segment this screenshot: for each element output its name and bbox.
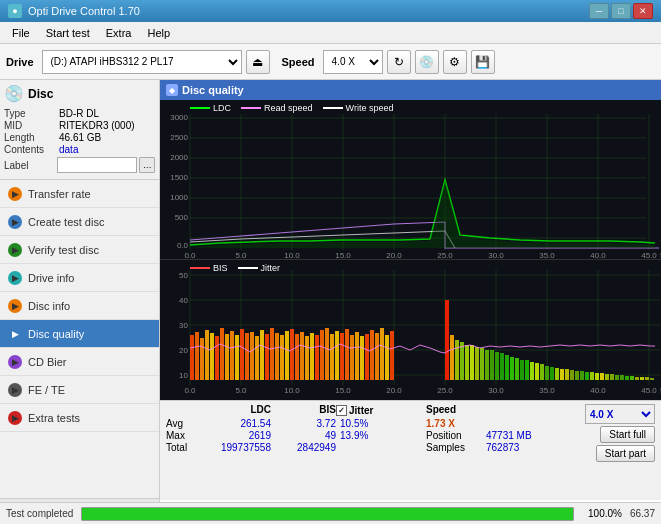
svg-rect-141 — [525, 360, 529, 380]
chart-title: Disc quality — [182, 84, 244, 96]
svg-rect-149 — [565, 369, 569, 380]
svg-rect-113 — [335, 331, 339, 380]
svg-rect-143 — [535, 363, 539, 380]
maximize-button[interactable]: □ — [611, 3, 631, 19]
svg-rect-106 — [300, 332, 304, 380]
svg-text:50: 50 — [179, 271, 188, 280]
svg-text:0.0: 0.0 — [177, 241, 189, 250]
svg-rect-164 — [640, 377, 644, 380]
svg-text:10.0: 10.0 — [284, 251, 300, 259]
menu-starttest[interactable]: Start test — [38, 25, 98, 41]
svg-rect-127 — [455, 340, 459, 380]
legend-bis-label: BIS — [213, 263, 228, 273]
samples-label: Samples — [426, 442, 486, 453]
svg-text:0.0: 0.0 — [184, 251, 196, 259]
sidebar-item-transfer-rate[interactable]: ▶ Transfer rate — [0, 180, 159, 208]
disc-mid-value: RITEKDR3 (000) — [59, 120, 135, 131]
disc-section: 💿 Disc Type BD-R DL MID RITEKDR3 (000) L… — [0, 80, 159, 180]
sidebar-item-extra-tests[interactable]: ▶ Extra tests — [0, 404, 159, 432]
svg-text:15.0: 15.0 — [335, 251, 351, 259]
start-full-button[interactable]: Start full — [600, 426, 655, 443]
disc-label-row: Label … — [4, 157, 155, 173]
disc-quality-label: Disc quality — [28, 328, 84, 340]
disc-button[interactable]: 💿 — [415, 50, 439, 74]
svg-rect-100 — [270, 328, 274, 380]
svg-rect-144 — [540, 364, 544, 380]
svg-rect-131 — [475, 347, 479, 380]
sidebar: 💿 Disc Type BD-R DL MID RITEKDR3 (000) L… — [0, 80, 160, 524]
svg-rect-96 — [250, 332, 254, 380]
sidebar-item-drive-info[interactable]: ▶ Drive info — [0, 264, 159, 292]
disc-label-input[interactable] — [57, 157, 137, 173]
svg-rect-105 — [295, 334, 299, 380]
svg-text:45.0: 45.0 — [641, 386, 657, 395]
legend-writespeed-label: Write speed — [346, 103, 394, 113]
svg-rect-99 — [265, 334, 269, 380]
sidebar-item-disc-info[interactable]: ▶ Disc info — [0, 292, 159, 320]
svg-rect-163 — [635, 377, 639, 380]
sidebar-item-fe-te[interactable]: ▶ FE / TE — [0, 376, 159, 404]
svg-rect-140 — [520, 360, 524, 380]
menu-extra[interactable]: Extra — [98, 25, 140, 41]
svg-rect-119 — [365, 334, 369, 380]
col-header-speed: Speed — [426, 404, 481, 416]
svg-text:25.0: 25.0 — [437, 251, 453, 259]
content-area: ◆ Disc quality LDC Read speed Write spee… — [160, 80, 661, 524]
svg-rect-110 — [320, 330, 324, 380]
svg-text:30.0: 30.0 — [488, 386, 504, 395]
settings-button[interactable]: ⚙ — [443, 50, 467, 74]
drive-select[interactable]: (D:) ATAPI iHBS312 2 PL17 — [42, 50, 242, 74]
disc-header: 💿 Disc — [4, 84, 155, 104]
svg-text:40.0: 40.0 — [590, 386, 606, 395]
svg-rect-95 — [245, 333, 249, 380]
titlebar: ● Opti Drive Control 1.70 ─ □ ✕ — [0, 0, 661, 22]
menu-help[interactable]: Help — [139, 25, 178, 41]
svg-rect-115 — [345, 329, 349, 380]
sidebar-item-cd-bier[interactable]: ▶ CD Bier — [0, 348, 159, 376]
total-ldc: 199737558 — [196, 442, 271, 453]
disc-info-icon: ▶ — [8, 299, 22, 313]
upper-chart-svg: 3000 2500 2000 1500 1000 500 0.0 18X 16X… — [160, 100, 661, 259]
svg-text:10.0: 10.0 — [284, 386, 300, 395]
sidebar-item-disc-quality[interactable]: ▶ Disc quality — [0, 320, 159, 348]
svg-text:15.0: 15.0 — [335, 386, 351, 395]
menu-file[interactable]: File — [4, 25, 38, 41]
close-button[interactable]: ✕ — [633, 3, 653, 19]
disc-header-label: Disc — [28, 87, 53, 101]
position-value: 47731 MB — [486, 430, 532, 441]
svg-rect-122 — [380, 328, 384, 380]
svg-rect-121 — [375, 333, 379, 380]
jitter-checkbox[interactable]: ✓ — [336, 405, 347, 416]
svg-rect-126 — [450, 335, 454, 380]
svg-rect-109 — [315, 335, 319, 380]
main-layout: 💿 Disc Type BD-R DL MID RITEKDR3 (000) L… — [0, 80, 661, 524]
svg-rect-111 — [325, 328, 329, 380]
svg-text:500: 500 — [175, 213, 189, 222]
legend-bis: BIS — [190, 263, 228, 273]
svg-text:1000: 1000 — [170, 193, 188, 202]
col-header-bis: BIS — [271, 404, 336, 416]
disc-label-btn[interactable]: … — [139, 157, 155, 173]
speed-dropdown[interactable]: 4.0 X — [585, 404, 655, 424]
progress-bar — [82, 508, 573, 520]
refresh-button[interactable]: ↻ — [387, 50, 411, 74]
speed-select[interactable]: 4.0 X — [323, 50, 383, 74]
save-button[interactable]: 💾 — [471, 50, 495, 74]
legend-readspeed-color — [241, 107, 261, 109]
sidebar-item-verify-test-disc[interactable]: ▶ Verify test disc — [0, 236, 159, 264]
eject-button[interactable]: ⏏ — [246, 50, 270, 74]
svg-text:40: 40 — [179, 296, 188, 305]
legend-writespeed-color — [323, 107, 343, 109]
sidebar-item-create-test-disc[interactable]: ▶ Create test disc — [0, 208, 159, 236]
start-part-button[interactable]: Start part — [596, 445, 655, 462]
cd-bier-icon: ▶ — [8, 355, 22, 369]
svg-rect-154 — [590, 372, 594, 380]
svg-rect-134 — [490, 350, 494, 380]
create-test-disc-label: Create test disc — [28, 216, 104, 228]
upper-chart-legend: LDC Read speed Write speed — [190, 103, 393, 113]
svg-rect-137 — [505, 355, 509, 380]
svg-rect-108 — [310, 333, 314, 380]
disc-type-value: BD-R DL — [59, 108, 99, 119]
svg-rect-157 — [605, 374, 609, 380]
minimize-button[interactable]: ─ — [589, 3, 609, 19]
